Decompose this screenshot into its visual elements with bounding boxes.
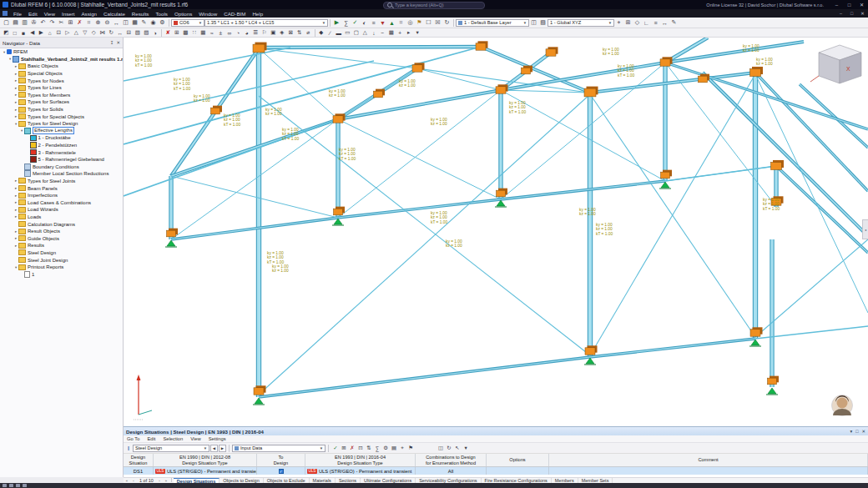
load-case-combo[interactable]: CO6▼ bbox=[171, 19, 204, 27]
osnap-status-icon[interactable] bbox=[16, 484, 20, 487]
load-combo-formula[interactable]: 1.35 * LC1 + 1.50 * LC4 + LC15▼ bbox=[204, 19, 328, 27]
new-load-icon[interactable]: ↓ bbox=[370, 28, 379, 37]
apply-icon[interactable]: ✓ bbox=[331, 444, 340, 452]
filter-icon[interactable]: ⚑ bbox=[415, 18, 424, 28]
view-z-icon[interactable]: ▽ bbox=[81, 28, 90, 37]
panel-toggle-icon[interactable]: ▣ bbox=[269, 28, 278, 37]
steel-member[interactable] bbox=[590, 339, 755, 357]
column-header-combinations-to-design[interactable]: Combinations to Designfor Enumeration Me… bbox=[416, 454, 487, 466]
tree-item-rfem[interactable]: ▾RFEM bbox=[0, 48, 123, 56]
show-loads-icon[interactable]: ▼ bbox=[378, 18, 387, 28]
redo-icon[interactable]: ↷ bbox=[48, 18, 57, 28]
member-axes-icon[interactable]: ⌀ bbox=[304, 28, 313, 37]
sort-rows-icon[interactable]: ⇅ bbox=[365, 444, 373, 452]
joint-block[interactable] bbox=[771, 162, 782, 169]
tree-item-results[interactable]: ▸Results bbox=[0, 242, 123, 249]
mesh-points-icon[interactable]: ∷ bbox=[190, 28, 199, 37]
print-icon[interactable]: ✇ bbox=[29, 18, 38, 28]
tree-item-steel-design[interactable]: Steel Design bbox=[0, 249, 123, 257]
new-model-icon[interactable]: ▢ bbox=[2, 18, 11, 28]
refresh-table-icon[interactable]: ↻ bbox=[445, 444, 453, 452]
tree-item-types-for-surfaces[interactable]: ▸Types for Surfaces bbox=[0, 98, 123, 106]
menu-cad-bim[interactable]: CAD-BIM bbox=[220, 11, 249, 17]
column-header-design[interactable]: DesignSituation bbox=[124, 454, 154, 466]
wireframe-view-icon[interactable]: □ bbox=[11, 28, 20, 37]
navigator-toggle-icon[interactable]: ◫ bbox=[121, 18, 130, 28]
cut-icon[interactable]: ✂ bbox=[57, 18, 66, 28]
menu-edit[interactable]: Edit bbox=[25, 11, 41, 17]
joint-block[interactable] bbox=[768, 378, 777, 385]
quick-input-icon[interactable]: + bbox=[396, 28, 405, 37]
previous-table-button[interactable]: ◀ bbox=[210, 445, 218, 452]
maximize-button[interactable]: □ bbox=[843, 0, 855, 9]
show-results-icon[interactable]: ◐ bbox=[360, 18, 369, 28]
dimensions-icon[interactable]: ↔ bbox=[660, 18, 669, 28]
tree-item-2-pendelstützen[interactable]: 2 - Pendelstützen bbox=[0, 142, 123, 149]
tree-item-loads[interactable]: ▸Loads bbox=[0, 214, 123, 221]
cell-to-design[interactable]: ✓ bbox=[257, 467, 305, 475]
steel-member[interactable] bbox=[800, 84, 868, 148]
tree-item-types-for-steel-design[interactable]: ▾Types for Steel Design bbox=[0, 120, 123, 128]
expand-table-icon[interactable]: ↖ bbox=[453, 444, 462, 452]
solid-view-icon[interactable]: ■ bbox=[19, 28, 28, 37]
bracing-member[interactable] bbox=[665, 166, 776, 181]
joint-block[interactable] bbox=[476, 43, 486, 50]
tree-item-beam-panels[interactable]: ▸Beam Panels bbox=[0, 184, 123, 192]
copy-icon[interactable]: ⊞ bbox=[66, 18, 75, 28]
bracing-member[interactable] bbox=[124, 119, 338, 196]
tree-item-types-for-special-objects[interactable]: ▸Types for Special Objects bbox=[0, 113, 123, 120]
tree-item-special-objects[interactable]: ▸Special Objects bbox=[0, 70, 123, 78]
next-view-icon[interactable]: ▶ bbox=[37, 28, 46, 37]
search-table-icon[interactable]: ⌖ bbox=[398, 444, 406, 452]
calculate-icon[interactable]: ∑ bbox=[341, 18, 351, 28]
render-results-icon[interactable]: ◈ bbox=[278, 28, 287, 37]
perspective-view-icon[interactable]: ⋈ bbox=[98, 28, 108, 37]
nodal-support[interactable] bbox=[255, 398, 263, 404]
tree-item-load-wizards[interactable]: ▸Load Wizards bbox=[0, 206, 123, 214]
grid-toggle-icon[interactable]: ⊞ bbox=[623, 18, 633, 28]
joint-block[interactable] bbox=[167, 230, 176, 237]
joint-block[interactable] bbox=[253, 44, 265, 53]
joint-block[interactable] bbox=[750, 68, 761, 76]
joint-block[interactable] bbox=[497, 190, 506, 197]
nodal-support[interactable] bbox=[167, 240, 175, 246]
ortho-toggle-icon[interactable]: ∟ bbox=[642, 18, 651, 28]
numbering-icon[interactable]: ⌗ bbox=[396, 18, 406, 28]
joint-block[interactable] bbox=[412, 65, 422, 72]
bracing-member[interactable] bbox=[171, 176, 338, 218]
bracing-member[interactable] bbox=[590, 94, 755, 337]
check-model-icon[interactable]: ✓ bbox=[351, 18, 360, 28]
partial-results-icon[interactable]: ◔ bbox=[234, 28, 243, 37]
view-y-icon[interactable]: △ bbox=[72, 28, 81, 37]
bracing-member[interactable] bbox=[259, 94, 590, 395]
zoom-in-icon[interactable]: ⊕ bbox=[93, 18, 103, 28]
clipping-planes-icon[interactable]: ⊟ bbox=[124, 28, 134, 37]
joint-block[interactable] bbox=[585, 348, 595, 355]
new-line-icon[interactable]: ∕ bbox=[326, 28, 335, 37]
tree-item-types-for-steel-joints[interactable]: ▸Types for Steel Joints bbox=[0, 178, 123, 185]
settings-icon[interactable]: ⚙ bbox=[158, 18, 167, 28]
collapse-icon[interactable]: ▾ bbox=[413, 28, 422, 37]
cell-type-en1990[interactable]: ULSULS (STR/GEO) - Permanent and transie… bbox=[154, 467, 257, 475]
joint-block[interactable] bbox=[374, 91, 383, 98]
joint-block[interactable] bbox=[661, 172, 670, 179]
menu-help[interactable]: Help bbox=[249, 11, 266, 17]
column-header-en-1990-din-2012-08[interactable]: EN 1990 | DIN | 2012-08Design Situation … bbox=[154, 454, 257, 466]
cell-type-en1993[interactable]: ULSULS (STR/GEO) - Permanent and transie… bbox=[305, 467, 416, 475]
sort-results-icon[interactable]: ⇅ bbox=[295, 28, 305, 37]
tree-item-types-for-members[interactable]: ▸Types for Members bbox=[0, 92, 123, 99]
tree-item-load-cases-combinations[interactable]: ▸Load Cases & Combinations bbox=[0, 199, 123, 206]
delete-row-icon[interactable]: ✗ bbox=[348, 444, 356, 452]
select-objects-icon[interactable]: ◩ bbox=[2, 28, 11, 37]
menu-insert[interactable]: Insert bbox=[58, 11, 78, 17]
all-results-icon[interactable]: ◕ bbox=[243, 28, 252, 37]
steel-member[interactable] bbox=[259, 47, 481, 48]
tree-item-member-local-section-reductions[interactable]: Member Local Section Reductions bbox=[0, 170, 123, 178]
deselect-icon[interactable]: ☒ bbox=[433, 18, 442, 28]
dock-table-icon[interactable]: ◫ bbox=[437, 444, 445, 452]
coordinate-system-combo[interactable]: 1 - Global XYZ▼ bbox=[548, 19, 614, 27]
visibility-icon[interactable]: ◎ bbox=[406, 18, 415, 28]
new-imperfection-icon[interactable]: ~ bbox=[378, 28, 387, 37]
joint-block[interactable] bbox=[211, 108, 220, 114]
table-options-icon[interactable]: ▾ bbox=[462, 444, 470, 452]
